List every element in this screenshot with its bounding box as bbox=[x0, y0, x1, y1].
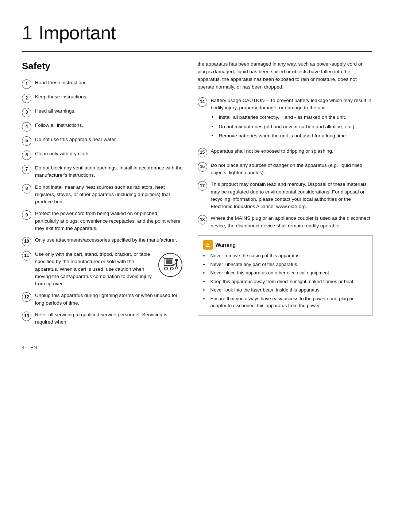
warning-bullet-item: • Never lubricate any part of this appar… bbox=[203, 261, 367, 269]
list-item: 5 Do not use this apparatus near water. bbox=[22, 136, 183, 146]
item-number: 6 bbox=[22, 150, 31, 160]
list-item: 4 Follow all instructions. bbox=[22, 122, 183, 132]
item-text: Keep these instructions. bbox=[35, 93, 183, 101]
sub-bullet-item: • Install all batteries correctly, + and… bbox=[212, 114, 373, 121]
svg-point-4 bbox=[165, 267, 167, 270]
svg-line-10 bbox=[175, 266, 177, 269]
item-number: 18 bbox=[198, 215, 207, 224]
list-item: 18 Where the MAINS plug or an appliance … bbox=[198, 215, 373, 230]
list-item: 17 This product may contain lead and mer… bbox=[198, 181, 373, 210]
list-item: 16 Do not place any sources of danger on… bbox=[198, 162, 373, 177]
chapter-number: 1 bbox=[22, 22, 32, 43]
item-number: 4 bbox=[22, 122, 31, 132]
svg-rect-6 bbox=[166, 259, 172, 264]
page-title-text: Important bbox=[39, 22, 116, 43]
warning-text: Never look into the laser beam inside th… bbox=[210, 287, 321, 294]
bullet-dot: • bbox=[203, 261, 208, 269]
bullet-dot: • bbox=[203, 278, 208, 286]
list-item: 7 Do not block any ventilation openings.… bbox=[22, 164, 183, 179]
page-title: 1Important bbox=[22, 22, 372, 44]
warning-text: Keep this apparatus away from direct sun… bbox=[210, 278, 355, 285]
sub-bullet-item: • Do not mix batteries (old and new or c… bbox=[212, 123, 373, 130]
list-item: 9 Protect the power cord from being walk… bbox=[22, 210, 183, 232]
sub-bullet-text: Do not mix batteries (old and new or car… bbox=[219, 123, 356, 130]
intro-paragraph: the apparatus has been damaged in any wa… bbox=[198, 60, 373, 91]
warning-bullet-item: • Never remove the casing of this appara… bbox=[203, 253, 367, 260]
item-number: 17 bbox=[198, 181, 207, 191]
warning-text: Ensure that you always have easy access … bbox=[210, 296, 367, 309]
bullet-dot: • bbox=[212, 114, 217, 121]
warning-label: Warning bbox=[216, 242, 236, 248]
item-number: 12 bbox=[22, 292, 31, 302]
item-number: 9 bbox=[22, 210, 31, 220]
svg-point-7 bbox=[175, 259, 178, 262]
item-number: 16 bbox=[198, 162, 207, 172]
list-item: 2 Keep these instructions. bbox=[22, 93, 183, 103]
item-text: This product may contain lead and mercur… bbox=[211, 181, 373, 210]
svg-point-5 bbox=[170, 267, 173, 270]
warning-header: ⚠ Warning bbox=[203, 240, 367, 250]
divider bbox=[22, 51, 372, 52]
page-footer: 4 EN bbox=[22, 345, 372, 350]
svg-rect-3 bbox=[164, 265, 174, 266]
item-text: Unplug this apparatus during lightning s… bbox=[35, 292, 183, 307]
sub-bullet-item: • Remove batteries when the unit is not … bbox=[212, 132, 373, 140]
two-column-layout: Safety 1 Read these instructions. 2 Keep… bbox=[22, 60, 372, 330]
item-text: Do not use this apparatus near water. bbox=[35, 136, 183, 143]
item-number: 8 bbox=[22, 184, 31, 193]
warning-bullet-item: • Never look into the laser beam inside … bbox=[203, 287, 367, 294]
item-text-body: Use only with the cart, stand, tripod, b… bbox=[35, 251, 154, 287]
item-text: Do not block any ventilation openings. I… bbox=[35, 164, 183, 179]
item-text-with-bullets: Battery usage CAUTION – To prevent batte… bbox=[211, 97, 373, 142]
warning-text: Never lubricate any part of this apparat… bbox=[210, 261, 298, 268]
cart-icon bbox=[158, 252, 183, 278]
list-item: 3 Heed all warnings. bbox=[22, 107, 183, 117]
item-number: 5 bbox=[22, 136, 31, 146]
item-text: Follow all instructions. bbox=[35, 122, 183, 129]
item-text-body: Battery usage CAUTION – To prevent batte… bbox=[211, 98, 371, 110]
item-text: Where the MAINS plug or an appliance cou… bbox=[211, 215, 373, 230]
warning-text: Never remove the casing of this apparatu… bbox=[210, 253, 301, 259]
bullet-dot: • bbox=[203, 296, 208, 303]
warning-bullets: • Never remove the casing of this appara… bbox=[203, 253, 367, 309]
warning-bullet-item: • Keep this apparatus away from direct s… bbox=[203, 278, 367, 286]
item-text: Heed all warnings. bbox=[35, 107, 183, 115]
list-item: 13 Refer all servicing to qualified serv… bbox=[22, 311, 183, 326]
list-item: 15 Apparatus shall not be exposed to dri… bbox=[198, 148, 373, 157]
item-number: 1 bbox=[22, 79, 31, 89]
left-column: Safety 1 Read these instructions. 2 Keep… bbox=[22, 60, 183, 330]
warning-bullet-item: • Ensure that you always have easy acces… bbox=[203, 296, 367, 309]
item-text-with-image: Use only with the cart, stand, tripod, b… bbox=[35, 251, 183, 287]
right-safety-list: 14 Battery usage CAUTION – To prevent ba… bbox=[198, 97, 373, 230]
item-number: 3 bbox=[22, 108, 31, 117]
item-text: Do not place any sources of danger on th… bbox=[211, 162, 373, 177]
list-item: 8 Do not install near any heat sources s… bbox=[22, 184, 183, 206]
list-item: 12 Unplug this apparatus during lightnin… bbox=[22, 292, 183, 307]
bullet-dot: • bbox=[212, 123, 217, 130]
item-number: 10 bbox=[22, 237, 31, 246]
svg-line-11 bbox=[177, 266, 178, 269]
warning-bullet-item: • Never place this apparatus on other el… bbox=[203, 270, 367, 277]
bullet-dot: • bbox=[203, 270, 208, 277]
svg-line-2 bbox=[163, 257, 165, 259]
item-number: 15 bbox=[198, 148, 207, 157]
item-text: Protect the power cord from being walked… bbox=[35, 210, 183, 232]
bullet-dot: • bbox=[203, 287, 208, 294]
warning-icon: ⚠ bbox=[203, 240, 213, 250]
sub-bullet-text: Install all batteries correctly, + and -… bbox=[219, 114, 346, 121]
item-text: Refer all servicing to qualified service… bbox=[35, 311, 183, 326]
safety-list: 1 Read these instructions. 2 Keep these … bbox=[22, 79, 183, 326]
list-item: 10 Only use attachments/accessories spec… bbox=[22, 236, 183, 246]
section-title: Safety bbox=[22, 60, 183, 72]
page-container: 1Important Safety 1 Read these instructi… bbox=[22, 22, 372, 350]
warning-text: Never place this apparatus on other elec… bbox=[210, 270, 331, 277]
bullet-dot: • bbox=[203, 253, 208, 260]
item-text: Read these instructions. bbox=[35, 79, 183, 86]
item-text: Apparatus shall not be exposed to drippi… bbox=[211, 148, 373, 155]
warning-box: ⚠ Warning • Never remove the casing of t… bbox=[198, 235, 373, 316]
page-number: 4 bbox=[22, 345, 24, 350]
language-code: EN bbox=[30, 345, 37, 350]
item-text: Do not install near any heat sources suc… bbox=[35, 184, 183, 206]
list-item: 14 Battery usage CAUTION – To prevent ba… bbox=[198, 97, 373, 142]
list-item: 6 Clean only with dry cloth. bbox=[22, 150, 183, 160]
